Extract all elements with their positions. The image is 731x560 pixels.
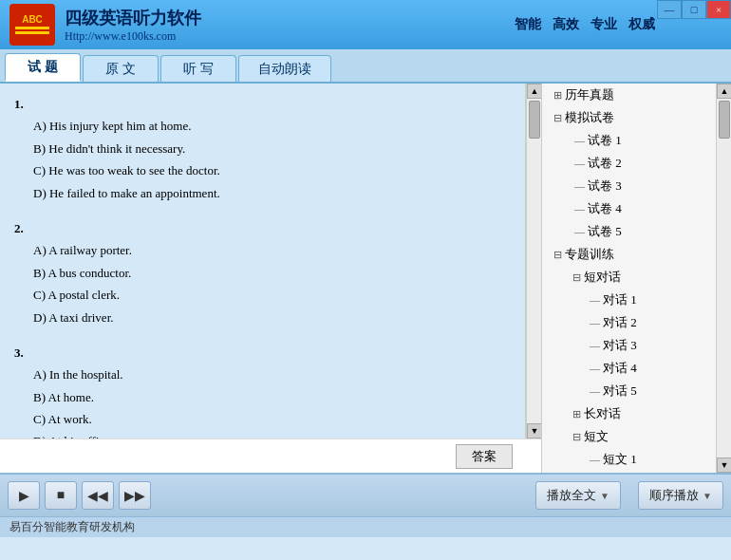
prev-button[interactable]: ◀◀	[82, 481, 114, 510]
app-url: Http://www.e100ks.com	[65, 29, 201, 44]
play-all-dropdown-arrow: ▼	[600, 491, 609, 501]
app-logo: ABC	[9, 4, 55, 46]
tree-label-dialog4: 对话 4	[603, 360, 637, 377]
left-scrollbar[interactable]: ▲ ▼	[526, 84, 541, 439]
stop-button[interactable]: ■	[45, 481, 77, 510]
right-scrollbar[interactable]: ▲ ▼	[716, 84, 731, 473]
doc-icon-3: —	[574, 180, 585, 192]
tab-questions[interactable]: 试 题	[5, 53, 81, 82]
doc-icon-d2: —	[590, 317, 600, 328]
tagline-1: 智能	[515, 16, 541, 33]
control-bar: ▶ ■ ◀◀ ▶▶ 播放全文 ▼ 顺序播放 ▼	[0, 473, 731, 516]
next-button[interactable]: ▶▶	[119, 481, 151, 510]
doc-icon-d1: —	[590, 294, 600, 306]
play-order-label: 顺序播放	[649, 487, 699, 504]
q3-optD: D) At his office.	[14, 430, 506, 439]
tree-item-art1[interactable]: — 短文 1	[542, 448, 716, 471]
tree-item-dialog2[interactable]: — 对话 2	[542, 311, 716, 334]
tree-label-mock5: 试卷 5	[588, 223, 622, 240]
tab-autoread[interactable]: 自动朗读	[238, 55, 331, 82]
right-scroll-up[interactable]: ▲	[717, 84, 731, 99]
tagline-4: 权威	[628, 16, 655, 33]
q3-optC: C) At work.	[14, 408, 506, 430]
tree-panel: ⊞ 历年真题 ⊟ 模拟试卷 — 试卷 1 — 试卷 2	[541, 84, 716, 473]
tab-dictation[interactable]: 听 写	[160, 55, 236, 82]
tree-item-art2[interactable]: — 短文 2	[542, 471, 716, 473]
right-scroll-down[interactable]: ▼	[717, 457, 731, 473]
tree-item-mock3[interactable]: — 试卷 3	[542, 175, 716, 197]
questions-area: 1. A) His injury kept him at home. B) He…	[0, 84, 526, 439]
doc-icon-1: —	[574, 135, 585, 146]
tree-item-special[interactable]: ⊟ 专题训练	[542, 243, 716, 266]
scroll-down-arrow[interactable]: ▼	[527, 423, 541, 439]
tagline-2: 高效	[553, 16, 579, 33]
tree-item-mock5[interactable]: — 试卷 5	[542, 220, 716, 243]
tree-label-dialog5: 对话 5	[603, 383, 637, 400]
tree-item-longdialog[interactable]: ⊞ 长对话	[542, 402, 716, 425]
q1-optD: D) He failed to make an appointment.	[14, 182, 506, 204]
minimize-button[interactable]: —	[657, 0, 682, 19]
play-order-dropdown-arrow: ▼	[703, 491, 712, 501]
q1-optB: B) He didn't think it necessary.	[14, 138, 506, 159]
scroll-up-arrow[interactable]: ▲	[527, 84, 541, 99]
doc-icon-5: —	[574, 226, 585, 237]
tree-item-mock4[interactable]: — 试卷 4	[542, 197, 716, 220]
collapse-icon: ⊟	[553, 112, 562, 124]
right-scroll-thumb[interactable]	[719, 101, 730, 139]
tree-item-shortdialog[interactable]: ⊟ 短对话	[542, 266, 716, 289]
answer-button[interactable]: 答案	[456, 444, 513, 469]
right-scroll-track[interactable]	[717, 99, 731, 457]
tree-item-dialog1[interactable]: — 对话 1	[542, 289, 716, 311]
tree-item-history[interactable]: ⊞ 历年真题	[542, 84, 716, 106]
maximize-button[interactable]: □	[682, 0, 706, 19]
tree-item-mock2[interactable]: — 试卷 2	[542, 152, 716, 175]
tree-label-special: 专题训练	[565, 246, 614, 263]
tree-item-dialog5[interactable]: — 对话 5	[542, 380, 716, 402]
tree-label-dialog1: 对话 1	[603, 291, 637, 308]
doc-icon-d4: —	[590, 363, 600, 374]
left-panel: 1. A) His injury kept him at home. B) He…	[0, 84, 541, 473]
q1-optA: A) His injury kept him at home.	[14, 115, 506, 137]
scroll-thumb[interactable]	[529, 101, 540, 139]
doc-icon-2: —	[574, 158, 585, 169]
tree-label-dialog2: 对话 2	[603, 314, 637, 331]
tree-label-article: 短文	[584, 428, 609, 445]
main-content: 1. A) His injury kept him at home. B) He…	[0, 84, 731, 473]
q1-optC: C) He was too weak to see the doctor.	[14, 159, 506, 181]
status-text: 易百分智能教育研发机构	[9, 519, 135, 535]
scroll-track[interactable]	[527, 99, 541, 423]
status-bar: 易百分智能教育研发机构	[0, 516, 731, 537]
q3-optA: A) In the hospital.	[14, 364, 506, 385]
tree-label-mock3: 试卷 3	[588, 177, 622, 195]
doc-icon-d5: —	[590, 385, 600, 397]
right-panel-container: ⊞ 历年真题 ⊟ 模拟试卷 — 试卷 1 — 试卷 2	[541, 84, 731, 473]
tree-item-mock[interactable]: ⊟ 模拟试卷	[542, 106, 716, 129]
tree-label-history: 历年真题	[565, 86, 614, 103]
q1-num: 1.	[14, 97, 24, 111]
close-button[interactable]: ×	[706, 0, 731, 19]
collapse-icon-4: ⊟	[572, 431, 581, 443]
tree-label-longdialog: 长对话	[584, 405, 621, 422]
title-bar: ABC 四级英语听力软件 Http://www.e100ks.com 智能 高效…	[0, 0, 731, 49]
tree-item-dialog3[interactable]: — 对话 3	[542, 334, 716, 357]
question-2: 2. A) A railway porter. B) A bus conduct…	[14, 217, 506, 328]
play-order-button[interactable]: 顺序播放 ▼	[638, 481, 723, 510]
window-controls: — □ ×	[657, 0, 731, 19]
expand-icon-2: ⊞	[572, 408, 581, 420]
q2-optC: C) A postal clerk.	[14, 284, 506, 306]
tab-bar: 试 题 原 文 听 写 自动朗读	[0, 49, 731, 84]
question-3: 3. A) In the hospital. B) At home. C) At…	[14, 342, 506, 439]
play-all-button[interactable]: 播放全文 ▼	[535, 481, 621, 510]
play-all-label: 播放全文	[547, 487, 596, 504]
expand-icon: ⊞	[553, 89, 562, 102]
answer-row: 答案	[0, 439, 541, 473]
play-button[interactable]: ▶	[8, 481, 40, 510]
tree-label-mock4: 试卷 4	[588, 200, 622, 217]
tab-text[interactable]: 原 文	[83, 55, 159, 82]
tree-item-article[interactable]: ⊟ 短文	[542, 425, 716, 448]
tree-item-dialog4[interactable]: — 对话 4	[542, 357, 716, 380]
tagline-3: 专业	[590, 16, 617, 33]
doc-icon-d3: —	[590, 340, 600, 351]
q2-optB: B) A bus conductor.	[14, 262, 506, 284]
tree-item-mock1[interactable]: — 试卷 1	[542, 129, 716, 152]
